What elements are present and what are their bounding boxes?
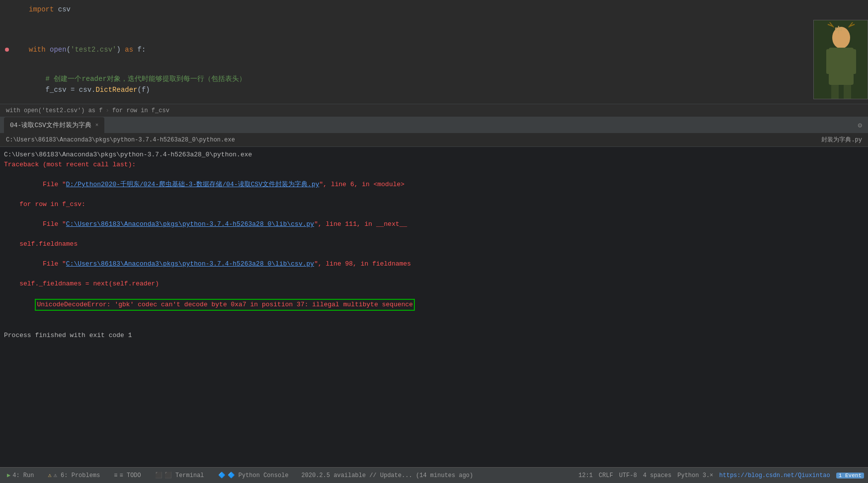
run-file2-link[interactable]: C:\Users\86183\Anaconda3\pkgs\python-3.7… xyxy=(66,220,314,228)
run-line-unicode-error: UnicodeDecodeError: 'gbk' codec can't de… xyxy=(4,289,864,321)
code-text-1: import csv xyxy=(29,4,71,15)
run-line-forrow: for row in f_csv: xyxy=(4,200,864,209)
run-error-highlighted: UnicodeDecodeError: 'gbk' codec can't de… xyxy=(35,299,415,311)
update-text: 2020.2.5 available // Update... (14 minu… xyxy=(302,472,473,479)
problems-status-item[interactable]: ⚠ ⚠ 6: Problems xyxy=(45,471,103,480)
code-line-2 xyxy=(0,15,808,26)
breakpoint-3[interactable] xyxy=(5,26,9,73)
run-file1-prefix: File " xyxy=(35,181,66,188)
status-left: ▶ 4: Run ⚠ ⚠ 6: Problems ≡ ≡ TODO ⬛ ⬛ Te… xyxy=(4,471,292,480)
run-file1-link[interactable]: D:/Python2020-千明东/024-爬虫基础-3-数据存储/04-读取C… xyxy=(66,181,319,188)
avatar-svg: 中 xyxy=(814,20,868,99)
terminal-label: ⬛ Terminal xyxy=(164,472,204,479)
run-file2-prefix: File " xyxy=(35,220,66,228)
avatar-image: 中 中 xyxy=(814,20,868,99)
problems-label: ⚠ 6: Problems xyxy=(54,472,100,479)
run-line-file1: File "D:/Python2020-千明东/024-爬虫基础-3-数据存储/… xyxy=(4,170,864,200)
code-line-1: import csv xyxy=(0,4,808,15)
status-right: 12:1 CRLF UTF-8 4 spaces Python 3.× http… xyxy=(578,472,864,479)
settings-gear-icon[interactable]: ⚙ xyxy=(858,121,862,130)
run-path: C:\Users\86183\Anaconda3\pkgs\python-3.7… xyxy=(6,137,235,143)
run-line-file3: File "C:\Users\86183\Anaconda3\pkgs\pyth… xyxy=(4,249,864,279)
run-output[interactable]: C:\Users\86183\Anaconda3\pkgs\python-3.7… xyxy=(0,147,868,467)
run-line-next: self._fieldnames = next(self.reader) xyxy=(4,279,864,289)
code-text-2 xyxy=(29,15,33,26)
run-panel: C:\Users\86183\Anaconda3\pkgs\python-3.7… xyxy=(0,133,868,467)
breadcrumb-item-1[interactable]: with open('test2.csv') as f xyxy=(6,107,102,114)
avatar-overlay: 中 中 xyxy=(813,20,868,99)
code-text-5: f_csv = csv.DictReader(f) xyxy=(29,84,150,95)
run-filename: 封装为字典.py xyxy=(821,136,862,144)
run-file3-link[interactable]: C:\Users\86183\Anaconda3\pkgs\python-3.7… xyxy=(66,260,314,268)
todo-status-item[interactable]: ≡ ≡ TODO xyxy=(111,471,144,480)
run-line-path: C:\Users\86183\Anaconda3\pkgs\python-3.7… xyxy=(4,150,864,160)
run-line-file2: File "C:\Users\86183\Anaconda3\pkgs\pyth… xyxy=(4,209,864,239)
run-line-finished: Process finished with exit code 1 xyxy=(4,331,864,341)
svg-rect-5 xyxy=(831,85,839,99)
todo-label: ≡ TODO xyxy=(120,472,141,479)
run-file3-prefix: File " xyxy=(35,260,66,268)
link-indicator[interactable]: https://blog.csdn.net/Qiuxintao xyxy=(719,472,830,479)
line-ending-indicator[interactable]: CRLF xyxy=(599,472,613,479)
run-status-item[interactable]: ▶ 4: Run xyxy=(4,471,37,480)
todo-icon: ≡ xyxy=(114,472,117,479)
run-tab-active[interactable]: 04-读取CSV文件封装为字典 × xyxy=(4,117,104,133)
run-label: 4: Run xyxy=(12,472,34,479)
code-line-6: → for row in f_csv: xyxy=(0,95,808,104)
code-editor[interactable]: import csv with open('test2.csv') as f: xyxy=(0,0,868,104)
run-file3-suffix: ", line 98, in fieldnames xyxy=(314,260,411,268)
terminal-status-item[interactable]: ⬛ ⬛ Terminal xyxy=(152,471,207,480)
breakpoint-1[interactable] xyxy=(5,7,9,11)
svg-rect-4 xyxy=(850,49,856,74)
breadcrumb-item-2[interactable]: for row in f_csv xyxy=(112,107,169,114)
run-file1-suffix: ", line 6, in <module> xyxy=(319,181,404,188)
position-indicator[interactable]: 12:1 xyxy=(578,472,593,479)
breadcrumb: with open('test2.csv') as f › for row in… xyxy=(0,104,868,117)
code-line-4: # 创建一个reader对象，迭代时能够提取到每一行（包括表头） xyxy=(0,73,808,84)
run-tab-bar: 04-读取CSV文件封装为字典 × ⚙ xyxy=(0,117,868,133)
run-tab-close[interactable]: × xyxy=(95,122,99,128)
run-file2-suffix: ", line 111, in __next__ xyxy=(314,220,407,228)
breakpoint-6[interactable] xyxy=(5,95,9,104)
svg-rect-2 xyxy=(829,48,854,85)
breakpoint-4[interactable] xyxy=(5,77,9,81)
editor-content: import csv with open('test2.csv') as f: xyxy=(0,0,808,104)
event-badge[interactable]: 1 Event xyxy=(836,473,864,479)
breakpoint-2[interactable] xyxy=(5,18,9,22)
breadcrumb-sep-1: › xyxy=(105,107,109,114)
python-version-indicator[interactable]: Python 3.× xyxy=(678,472,713,479)
svg-rect-3 xyxy=(826,49,832,74)
status-bar: ▶ 4: Run ⚠ ⚠ 6: Problems ≡ ≡ TODO ⬛ ⬛ Te… xyxy=(0,467,868,483)
charset-indicator[interactable]: UTF-8 xyxy=(619,472,637,479)
code-text-4: # 创建一个reader对象，迭代时能够提取到每一行（包括表头） xyxy=(29,73,246,84)
code-line-5: f_csv = csv.DictReader(f) xyxy=(0,84,808,95)
svg-text:中: 中 xyxy=(835,26,843,34)
python-console-label: 🔷 Python Console xyxy=(228,472,289,479)
update-text-container: 2020.2.5 available // Update... (14 minu… xyxy=(292,472,579,479)
run-tab-label: 04-读取CSV文件封装为字典 xyxy=(10,121,91,130)
run-line-traceback: Traceback (most recent call last): xyxy=(4,160,864,170)
python-console-status-item[interactable]: 🔷 🔷 Python Console xyxy=(215,471,292,480)
run-header: C:\Users\86183\Anaconda3\pkgs\python-3.7… xyxy=(0,133,868,147)
run-line-fieldnames: self.fieldnames xyxy=(4,239,864,249)
code-line-3: with open('test2.csv') as f: xyxy=(0,26,808,73)
run-icon: ▶ xyxy=(7,472,10,479)
problems-icon: ⚠ xyxy=(48,472,51,479)
breakpoint-5[interactable] xyxy=(5,88,9,92)
run-line-blank xyxy=(4,321,864,331)
svg-rect-6 xyxy=(844,85,851,99)
indent-indicator[interactable]: 4 spaces xyxy=(643,472,672,479)
terminal-icon: ⬛ xyxy=(155,472,162,479)
python-console-icon: 🔷 xyxy=(218,472,226,479)
